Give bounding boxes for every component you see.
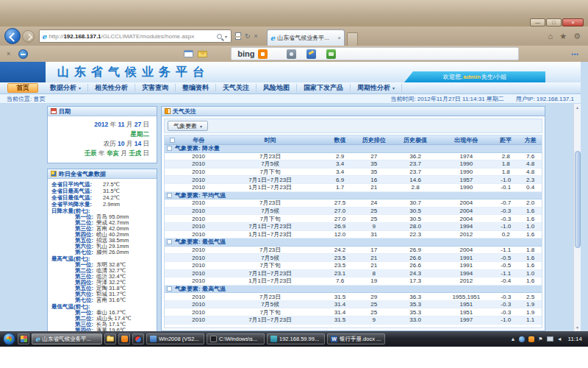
hidden-icons-arrow[interactable]: ▲	[510, 336, 515, 342]
table-cell: 2010	[180, 277, 218, 284]
table-cell: 2004	[440, 216, 492, 222]
card-icon[interactable]	[184, 50, 193, 57]
taskbar: e山东省气候业务平... Win2008 (VS2...C:\Windows\s…	[0, 331, 588, 347]
flag-tray-icon[interactable]: ⚑	[538, 336, 542, 342]
scrollbar-thumb[interactable]	[575, 151, 581, 248]
weather-panel-title: 昨日全省气象数据	[59, 170, 106, 178]
checkbox[interactable]	[170, 138, 175, 143]
scroll-down-icon[interactable]: ▼	[574, 324, 581, 331]
toolbar-close-icon[interactable]: ×	[7, 50, 10, 57]
pinned-app-grid[interactable]	[18, 333, 29, 344]
bing-logo[interactable]: bing	[237, 49, 254, 58]
ie-icon: e	[35, 336, 40, 342]
browser-titlebar: — □ ×	[0, 0, 588, 26]
more-dots-icon[interactable]: ⋯	[571, 50, 579, 58]
home-icon[interactable]: ⌂	[548, 32, 553, 41]
nav-item-国家下发产品[interactable]: 国家下发产品	[297, 84, 351, 92]
security-app-icon[interactable]	[528, 336, 534, 342]
window-controls: — □ ×	[529, 18, 584, 26]
date-segment: 10	[118, 140, 124, 147]
table-cell: 2010	[180, 223, 218, 230]
taskbar-window-2[interactable]: Win2008 (VS2...	[146, 333, 204, 344]
refresh-icon[interactable]: ↻	[245, 32, 251, 40]
url-text[interactable]: http://192.168.137.1/GLCCLIMATE/modules/…	[49, 33, 215, 40]
table-cell: 14.6	[391, 177, 440, 183]
favorites-star-icon[interactable]: ★	[559, 32, 567, 41]
start-button[interactable]	[3, 333, 15, 345]
chevron-down-icon[interactable]: ▾	[225, 34, 227, 39]
minimize-icon[interactable]: —	[530, 18, 545, 26]
table-cell: 23.7	[391, 169, 440, 175]
page-scrollbar[interactable]: ▲ ▼	[573, 104, 581, 331]
browser-tab[interactable]: e 山东省气候业务平... ×	[267, 29, 345, 46]
nav-item-天气关注[interactable]: 天气关注	[216, 84, 257, 92]
date-segment: 星期二	[131, 130, 150, 138]
toolbox-icon[interactable]	[306, 49, 316, 59]
close-icon[interactable]: ×	[562, 18, 584, 26]
back-button[interactable]	[4, 28, 21, 44]
camera-icon[interactable]	[287, 49, 296, 59]
address-bar[interactable]: e http://192.168.137.1/GLCCLIMATE/module…	[39, 29, 232, 43]
table-cell: 1.6	[519, 277, 542, 284]
table-cell: 27.5	[323, 199, 356, 206]
table-cell: 35	[357, 169, 391, 175]
table-cell: 1月1日~7月23日	[218, 277, 323, 285]
forward-button[interactable]	[22, 30, 35, 43]
window-title: 192.168.59.99...	[279, 336, 319, 342]
date-segment: 2012	[94, 121, 108, 128]
group-label: 气象要素: 最低气温	[175, 238, 226, 246]
nav-item-数据分析[interactable]: 数据分析▾	[43, 84, 88, 92]
mail-icon[interactable]	[198, 51, 207, 57]
table-cell: -1.0	[492, 223, 519, 230]
blocked-circle-icon[interactable]	[18, 49, 28, 59]
checkbox[interactable]	[167, 193, 172, 198]
nav-item-整编资料[interactable]: 整编资料	[176, 84, 216, 92]
element-filter-button[interactable]: 气象要素▾	[168, 121, 208, 131]
table-cell: -1.0	[492, 316, 519, 323]
tab-close-icon[interactable]: ×	[337, 35, 341, 41]
nav-item-相关性分析[interactable]: 相关性分析	[88, 84, 135, 92]
new-tab-button[interactable]	[347, 32, 358, 46]
checkbox[interactable]	[167, 286, 172, 291]
search-icon[interactable]	[217, 34, 222, 39]
stat-label: 全省日最低气温:	[51, 194, 103, 201]
pinned-explorer[interactable]	[104, 333, 116, 344]
monitor-tray-icon[interactable]	[547, 336, 553, 342]
window-title: Win2008 (VS2...	[159, 336, 199, 342]
nav-item-首页[interactable]: 首页	[7, 83, 38, 93]
taskbar-window-4[interactable]: 192.168.59.99...	[267, 333, 325, 344]
cmd-icon	[210, 336, 217, 342]
nav-item-周期性分析[interactable]: 周期性分析▾	[351, 84, 402, 92]
header-checkbox-cell	[165, 138, 180, 143]
table-cell: 22.3	[391, 231, 440, 238]
stop-icon[interactable]: ×	[254, 32, 258, 40]
table-cell: 1.6	[519, 216, 542, 222]
table-cell: 2010	[180, 231, 218, 238]
table-row[interactable]: 20107月1日~7月23日31.5933.01997-1.01.1	[165, 316, 542, 325]
column-header: 时间	[218, 136, 323, 144]
weather-data-panel: 昨日全省气象数据 全省日平均气温:27.5℃全省日最高气温:31.5℃全省日最低…	[47, 169, 157, 331]
table-cell: 2010	[180, 160, 218, 167]
maximize-icon[interactable]: □	[546, 18, 562, 26]
taskbar-window-3[interactable]: C:\Windows\s...	[207, 333, 265, 344]
checkbox[interactable]	[167, 239, 172, 244]
checkbox[interactable]	[167, 146, 172, 151]
pinned-app-orange[interactable]	[118, 333, 130, 344]
nav-item-灾害查询[interactable]: 灾害查询	[135, 84, 176, 92]
table-cell: -1.1	[492, 270, 519, 277]
taskbar-window-1[interactable]: e山东省气候业务平...	[32, 333, 102, 344]
table-cell: -0.7	[492, 199, 519, 206]
gear-icon[interactable]: ⚙	[573, 32, 581, 41]
clock[interactable]: 11:14	[568, 336, 582, 342]
scroll-up-icon[interactable]: ▲	[574, 104, 581, 111]
table-cell: 1991	[440, 255, 492, 261]
network-globe-icon[interactable]	[519, 336, 525, 342]
pinned-media-app[interactable]	[132, 333, 144, 344]
addon-puzzle-icon[interactable]	[326, 49, 336, 59]
compatibility-icon[interactable]	[235, 32, 241, 40]
nav-item-风险地图[interactable]: 风险地图	[257, 84, 297, 92]
volume-icon[interactable]: ◄	[557, 336, 562, 342]
bing-button-icon[interactable]	[258, 49, 268, 59]
taskbar-window-5[interactable]: W银行手册.docx ...	[327, 333, 385, 344]
stat-row: 全省日最低气温:24.2℃	[48, 194, 157, 201]
